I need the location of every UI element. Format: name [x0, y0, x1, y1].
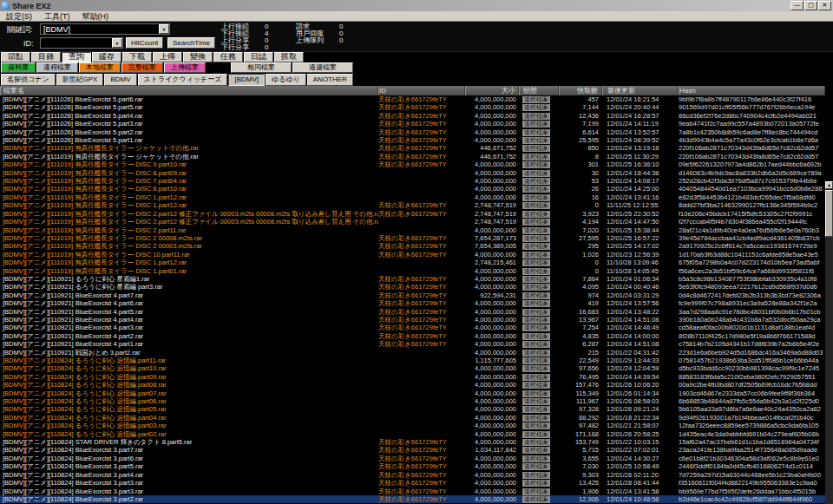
table-row[interactable]: [BDMV][アニメ][110824] るろうに剣心 追憶編.part09.ra… [0, 373, 825, 381]
column-header-7[interactable]: Hash [679, 86, 825, 95]
size-cell: 4,000,000,000 [465, 283, 519, 291]
column-header-4[interactable]: 狀態 [519, 86, 559, 95]
filter-button-1[interactable]: 資料庫 [1, 62, 36, 73]
table-row[interactable]: [BDMV][アニメ][110921] BlueExorcist 4.part1… [0, 340, 825, 348]
minimize-button[interactable]: — [790, 1, 803, 10]
filter-button-3[interactable]: 本地檔案 [79, 62, 121, 73]
searchtime-button[interactable]: SearchTime [167, 37, 215, 49]
id-dropdown-arrow-icon[interactable]: ▼ [112, 38, 122, 48]
table-row[interactable]: [BDMV][アニメ][111026] BlueExorcist 5.part4… [0, 112, 825, 120]
table-row[interactable]: [BDMV][アニメ][111019] 無責任艦長タイラー ジャケットその他.r… [0, 153, 825, 160]
table-row[interactable]: [BDMV][アニメ][110824] るろうに剣心 追憶編.part06.ra… [0, 397, 825, 405]
hitcount-button[interactable]: HitCount [126, 37, 163, 49]
keyword-combobox[interactable]: [BDMV] ▼ [40, 23, 170, 35]
table-row[interactable]: [BDMV][アニメ][110824] るろうに剣心 追憶編.part10.ra… [0, 364, 825, 372]
table-row[interactable]: [BDMV][アニメ][111026] BlueExorcist 5.part3… [0, 120, 825, 128]
id-combobox[interactable]: ▼ [40, 37, 123, 49]
table-row[interactable]: [BDMV][アニメ][110921] BlueExorcist 4.part4… [0, 316, 825, 324]
table-row[interactable]: [BDMV][アニメ][110824] BlueExorcist 3.part7… [0, 446, 825, 454]
tab-2[interactable]: 目錄 [31, 52, 61, 62]
keyword-tab-4[interactable]: ストライクウィッチーズ [138, 74, 228, 86]
scroll-up-button[interactable]: ▲ [825, 181, 833, 189]
table-row[interactable]: [BDMV][アニメ][111019] 無責任艦長タイラー DISC 2 000… [0, 234, 825, 242]
table-row[interactable]: [BDMV][アニメ][110824] るろうに剣心 追憶編.part03.ra… [0, 422, 825, 429]
table-row[interactable]: [BDMV][アニメ][111019] 無責任艦長タイラー DISC 1.par… [0, 259, 825, 266]
table-row[interactable]: [BDMV][アニメ][110824] るろうに剣心 追憶編.part02.ra… [0, 430, 825, 438]
table-row[interactable]: [BDMV][アニメ][111019] 無責任艦長タイラー DISC 7.par… [0, 177, 825, 185]
table-row[interactable]: [BDMV][アニメ][111019] 無責任艦長タイラー DISC 2.par… [0, 226, 825, 234]
tab-8[interactable]: 任務 [213, 52, 243, 62]
table-row[interactable]: [BDMV][アニメ][110921] るろうに剣心 星霜編1.rar天枝の彩き… [0, 275, 825, 283]
table-row[interactable]: [BDMV][アニメ][111019] 無責任艦長タイラー DISC 2.par… [0, 210, 825, 218]
column-header-1[interactable]: 檔案名 [0, 86, 378, 95]
menu-settings[interactable]: 設定(S) [0, 11, 38, 22]
table-row[interactable]: [BDMV][アニメ][111026] BlueExorcist 5.part5… [0, 103, 825, 111]
tab-10[interactable]: 抓取 [274, 52, 304, 62]
table-row[interactable]: [BDMV][アニメ][111019] 無責任艦長タイラー DISC 10.pa… [0, 251, 825, 259]
table-row[interactable]: [BDMV][アニメ][110921] るろうに剣心 星霜編 part3.rar… [0, 283, 825, 291]
tab-4[interactable]: 緩存 [92, 52, 121, 62]
column-header-5[interactable]: 快取數 [559, 86, 602, 95]
table-row[interactable]: [BDMV][アニメ][111019] 無責任艦長タイラー DISC 8.par… [0, 169, 825, 177]
filter-button-4[interactable]: 完整檔案 [121, 62, 163, 73]
maximize-button[interactable]: ▢ [804, 1, 817, 10]
scrollbar-thumb[interactable] [825, 190, 833, 237]
table-row[interactable]: [BDMV][アニメ][110921] BlueExorcist 4.part5… [0, 308, 825, 316]
filter-button-2[interactable]: 遠程檔案 [36, 62, 78, 73]
table-row[interactable]: [BDMV][アニメ][110824] るろうに剣心 追憶編.part08.ra… [0, 381, 825, 389]
table-row[interactable]: [BDMV][アニメ][111019] 無責任艦長タイラー ジャケットその他.r… [0, 144, 825, 152]
table-row[interactable]: [BDMV][アニメ][110921] BlueExorcist 4.part7… [0, 291, 825, 299]
table-row[interactable]: [BDMV][アニメ][110824] BlueExorcist 3.part3… [0, 479, 825, 487]
id-cell: 天枝の彩き661729feTY [378, 340, 465, 348]
table-row[interactable]: [BDMV][アニメ][111019] 無責任艦長タイラー DISC 2.par… [0, 218, 825, 226]
filter-button-6[interactable]: 相同檔案 [231, 62, 292, 73]
hash-cell: fc9e999f07c798a8931ec3a9a528e88a342f1e2a [679, 299, 825, 307]
keyword-tab-7[interactable]: ANOTHER [307, 74, 353, 86]
table-row[interactable]: [BDMV][アニメ][110824] BlueExorcist 3.part5… [0, 462, 825, 470]
table-row[interactable]: [BDMV][アニメ][111019] 無責任艦長タイラー DISC 1.par… [0, 267, 825, 275]
table-row[interactable]: [BDMV][アニメ][111026] BlueExorcist 5.part6… [0, 95, 825, 103]
close-button[interactable]: ✕ [818, 1, 831, 10]
table-row[interactable]: [BDMV][アニメ][110824] るろうに剣心 追憶編.part11.ra… [0, 357, 825, 364]
table-row[interactable]: [BDMV][アニメ][110824] BlueExorcist 3.part3… [0, 488, 825, 495]
table-row[interactable]: [BDMV][アニメ][111026] BlueExorcist 5.part1… [0, 136, 825, 144]
table-row[interactable]: [BDMV][アニメ][110921] BlueExorcist 4.part2… [0, 332, 825, 340]
tab-6[interactable]: 上傳 [153, 52, 182, 62]
tab-1[interactable]: 節點 [1, 52, 30, 62]
table-row[interactable]: [BDMV][アニメ][110921] BlueExorcist 4.part3… [0, 324, 825, 331]
id-cell [378, 422, 465, 429]
keyword-tab-1[interactable]: 名探偵コナン [1, 74, 56, 86]
keyword-dropdown-arrow-icon[interactable]: ▼ [159, 24, 169, 34]
table-row[interactable]: [BDMV][アニメ][110824] STAR DRIVER 輝きのタクト 8… [0, 438, 825, 446]
filter-button-5[interactable]: 上傳檔案 [164, 62, 206, 73]
vertical-scrollbar[interactable]: ▲ ▼ [825, 181, 833, 504]
column-header-6[interactable]: 最後更新 [602, 86, 679, 95]
table-row[interactable]: [BDMV][アニメ][111026] BlueExorcist 5.part2… [0, 128, 825, 136]
tab-3[interactable]: 查詢 [62, 52, 91, 62]
filter-button-7[interactable]: 過濾檔案 [292, 62, 353, 73]
table-row[interactable]: [BDMV][アニメ][110824] るろうに剣心 追憶編.part05.ra… [0, 405, 825, 413]
tab-9[interactable]: 日誌 [244, 52, 273, 62]
keyword-tab-5[interactable]: [BDMV] [228, 74, 265, 86]
table-row[interactable]: [BDMV][アニメ][110921] 戦国おとめ 3.part2.rar4,0… [0, 349, 825, 357]
table-row[interactable]: [BDMV][アニメ][110824] BlueExorcist 3.part4… [0, 471, 825, 479]
table-row[interactable]: [BDMV][アニメ][111019] 無責任艦長タイラー DISC 1.par… [0, 201, 825, 209]
table-row[interactable]: [BDMV][アニメ][110824] るろうに剣心 追憶編.part07.ra… [0, 389, 825, 397]
column-header-3[interactable]: 大小 [465, 86, 519, 95]
table-row[interactable]: [BDMV][アニメ][110921] BlueExorcist 4.part6… [0, 299, 825, 307]
table-row[interactable]: [BDMV][アニメ][110824] BlueExorcist 3.part2… [0, 495, 825, 503]
table-row[interactable]: [BDMV][アニメ][111019] 無責任艦長タイラー DISC 2 000… [0, 242, 825, 250]
keyword-tab-6[interactable]: ゆるゆり [266, 74, 306, 86]
menu-tools[interactable]: 工具(T) [38, 11, 76, 22]
table-row[interactable]: [BDMV][アニメ][111019] 無責任艦長タイラー DISC 9.par… [0, 160, 825, 168]
table-row[interactable]: [BDMV][アニメ][111019] 無責任艦長タイラー DISC 6.par… [0, 185, 825, 193]
table-row[interactable]: [BDMV][アニメ][111019] 無責任艦長タイラー DISC 1.par… [0, 193, 825, 201]
tab-5[interactable]: 下載 [122, 52, 152, 62]
table-row[interactable]: [BDMV][アニメ][110824] るろうに剣心 追憶編.part04.ra… [0, 414, 825, 422]
keyword-tab-3[interactable]: BDMV [104, 74, 136, 86]
table-row[interactable]: [BDMV][アニメ][110824] BlueExorcist 3.part6… [0, 455, 825, 462]
column-header-2[interactable]: ID [378, 86, 465, 95]
menu-help[interactable]: 幫助(H) [76, 11, 115, 22]
tab-7[interactable]: 變換 [183, 52, 213, 62]
keyword-tab-2[interactable]: 新世紀GPX [56, 74, 104, 86]
